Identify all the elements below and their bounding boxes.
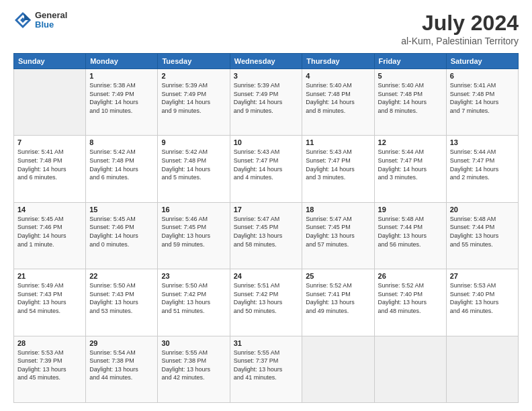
day-number: 20 [450, 205, 515, 214]
calendar-cell: 24Sunrise: 5:51 AMSunset: 7:42 PMDayligh… [230, 269, 302, 336]
calendar-cell: 25Sunrise: 5:52 AMSunset: 7:41 PMDayligh… [302, 269, 374, 336]
day-number: 12 [378, 138, 443, 146]
day-info: Sunrise: 5:54 AMSunset: 7:38 PMDaylight:… [89, 349, 154, 382]
day-number: 16 [161, 205, 226, 214]
day-info: Sunrise: 5:39 AMSunset: 7:49 PMDaylight:… [234, 81, 299, 115]
calendar-cell: 2Sunrise: 5:39 AMSunset: 7:49 PMDaylight… [158, 69, 230, 136]
day-info: Sunrise: 5:45 AMSunset: 7:46 PMDaylight:… [89, 215, 154, 248]
calendar-cell [374, 336, 446, 402]
month-title: July 2024 [401, 11, 519, 36]
day-number: 29 [89, 339, 154, 347]
day-info: Sunrise: 5:45 AMSunset: 7:46 PMDaylight:… [17, 215, 82, 248]
calendar-cell: 15Sunrise: 5:45 AMSunset: 7:46 PMDayligh… [86, 202, 158, 269]
day-info: Sunrise: 5:40 AMSunset: 7:48 PMDaylight:… [306, 81, 370, 115]
day-number: 9 [161, 138, 226, 146]
day-info: Sunrise: 5:50 AMSunset: 7:42 PMDaylight:… [161, 281, 226, 315]
day-info: Sunrise: 5:42 AMSunset: 7:48 PMDaylight:… [161, 148, 226, 181]
day-number: 13 [450, 138, 515, 146]
calendar-cell: 19Sunrise: 5:48 AMSunset: 7:44 PMDayligh… [374, 202, 446, 269]
logo-general: General [35, 11, 67, 20]
day-number: 14 [17, 205, 82, 214]
day-info: Sunrise: 5:41 AMSunset: 7:48 PMDaylight:… [17, 148, 82, 181]
calendar-body: 1Sunrise: 5:38 AMSunset: 7:49 PMDaylight… [14, 69, 519, 403]
day-info: Sunrise: 5:55 AMSunset: 7:38 PMDaylight:… [161, 349, 226, 382]
day-number: 31 [234, 339, 299, 347]
logo-text: General Blue [35, 11, 67, 30]
day-number: 7 [17, 138, 82, 146]
calendar-cell: 17Sunrise: 5:47 AMSunset: 7:45 PMDayligh… [230, 202, 302, 269]
calendar-cell: 8Sunrise: 5:42 AMSunset: 7:48 PMDaylight… [86, 136, 158, 202]
calendar-week-row: 1Sunrise: 5:38 AMSunset: 7:49 PMDaylight… [14, 69, 519, 136]
day-number: 22 [89, 272, 154, 280]
calendar-cell: 13Sunrise: 5:44 AMSunset: 7:47 PMDayligh… [446, 136, 518, 202]
day-number: 6 [450, 72, 515, 80]
calendar-week-row: 14Sunrise: 5:45 AMSunset: 7:46 PMDayligh… [14, 202, 519, 269]
calendar-cell: 10Sunrise: 5:43 AMSunset: 7:47 PMDayligh… [230, 136, 302, 202]
header: General Blue July 2024 al-Kum, Palestini… [13, 11, 519, 46]
day-info: Sunrise: 5:52 AMSunset: 7:40 PMDaylight:… [378, 281, 443, 315]
day-info: Sunrise: 5:42 AMSunset: 7:48 PMDaylight:… [89, 148, 154, 181]
day-info: Sunrise: 5:44 AMSunset: 7:47 PMDaylight:… [450, 148, 515, 181]
calendar-cell: 28Sunrise: 5:53 AMSunset: 7:39 PMDayligh… [14, 336, 86, 402]
day-number: 5 [378, 72, 443, 80]
weekday-header: Saturday [446, 54, 518, 69]
weekday-header: Wednesday [230, 54, 302, 69]
day-number: 8 [89, 138, 154, 146]
weekday-header: Sunday [14, 54, 86, 69]
day-info: Sunrise: 5:46 AMSunset: 7:45 PMDaylight:… [161, 215, 226, 248]
weekday-header: Monday [86, 54, 158, 69]
day-number: 11 [306, 138, 370, 146]
weekday-row: SundayMondayTuesdayWednesdayThursdayFrid… [14, 54, 519, 69]
calendar-cell: 5Sunrise: 5:40 AMSunset: 7:48 PMDaylight… [374, 69, 446, 136]
day-number: 15 [89, 205, 154, 214]
calendar-cell: 23Sunrise: 5:50 AMSunset: 7:42 PMDayligh… [158, 269, 230, 336]
logo-blue: Blue [35, 20, 67, 30]
day-info: Sunrise: 5:55 AMSunset: 7:37 PMDaylight:… [234, 349, 299, 382]
day-info: Sunrise: 5:39 AMSunset: 7:49 PMDaylight:… [161, 81, 226, 115]
weekday-header: Tuesday [158, 54, 230, 69]
calendar-cell: 30Sunrise: 5:55 AMSunset: 7:38 PMDayligh… [158, 336, 230, 402]
logo: General Blue [13, 11, 67, 30]
logo-icon [13, 11, 32, 30]
day-number: 17 [234, 205, 299, 214]
day-info: Sunrise: 5:47 AMSunset: 7:45 PMDaylight:… [234, 215, 299, 248]
calendar-cell: 18Sunrise: 5:47 AMSunset: 7:45 PMDayligh… [302, 202, 374, 269]
calendar-cell [302, 336, 374, 402]
day-info: Sunrise: 5:44 AMSunset: 7:47 PMDaylight:… [378, 148, 443, 181]
calendar-cell: 27Sunrise: 5:53 AMSunset: 7:40 PMDayligh… [446, 269, 518, 336]
calendar-cell: 4Sunrise: 5:40 AMSunset: 7:48 PMDaylight… [302, 69, 374, 136]
day-info: Sunrise: 5:48 AMSunset: 7:44 PMDaylight:… [378, 215, 443, 248]
day-info: Sunrise: 5:38 AMSunset: 7:49 PMDaylight:… [89, 81, 154, 115]
calendar-cell: 31Sunrise: 5:55 AMSunset: 7:37 PMDayligh… [230, 336, 302, 402]
day-number: 4 [306, 72, 370, 80]
day-number: 1 [89, 72, 154, 80]
day-info: Sunrise: 5:53 AMSunset: 7:39 PMDaylight:… [17, 349, 82, 382]
day-info: Sunrise: 5:53 AMSunset: 7:40 PMDaylight:… [450, 281, 515, 315]
day-info: Sunrise: 5:43 AMSunset: 7:47 PMDaylight:… [234, 148, 299, 181]
day-number: 25 [306, 272, 370, 280]
calendar-cell [14, 69, 86, 136]
calendar-cell: 29Sunrise: 5:54 AMSunset: 7:38 PMDayligh… [86, 336, 158, 402]
day-number: 30 [161, 339, 226, 347]
day-number: 21 [17, 272, 82, 280]
calendar-week-row: 21Sunrise: 5:49 AMSunset: 7:43 PMDayligh… [14, 269, 519, 336]
calendar-cell: 26Sunrise: 5:52 AMSunset: 7:40 PMDayligh… [374, 269, 446, 336]
day-number: 2 [161, 72, 226, 80]
weekday-header: Thursday [302, 54, 374, 69]
location-title: al-Kum, Palestinian Territory [401, 36, 519, 46]
calendar-cell: 21Sunrise: 5:49 AMSunset: 7:43 PMDayligh… [14, 269, 86, 336]
calendar-cell: 3Sunrise: 5:39 AMSunset: 7:49 PMDaylight… [230, 69, 302, 136]
day-number: 27 [450, 272, 515, 280]
weekday-header: Friday [374, 54, 446, 69]
calendar-cell [446, 336, 518, 402]
day-info: Sunrise: 5:40 AMSunset: 7:48 PMDaylight:… [378, 81, 443, 115]
calendar-week-row: 28Sunrise: 5:53 AMSunset: 7:39 PMDayligh… [14, 336, 519, 402]
calendar-cell: 22Sunrise: 5:50 AMSunset: 7:43 PMDayligh… [86, 269, 158, 336]
day-info: Sunrise: 5:50 AMSunset: 7:43 PMDaylight:… [89, 281, 154, 315]
day-info: Sunrise: 5:52 AMSunset: 7:41 PMDaylight:… [306, 281, 370, 315]
day-number: 23 [161, 272, 226, 280]
day-info: Sunrise: 5:51 AMSunset: 7:42 PMDaylight:… [234, 281, 299, 315]
calendar-page: General Blue July 2024 al-Kum, Palestini… [0, 0, 532, 411]
calendar-week-row: 7Sunrise: 5:41 AMSunset: 7:48 PMDaylight… [14, 136, 519, 202]
day-info: Sunrise: 5:48 AMSunset: 7:44 PMDaylight:… [450, 215, 515, 248]
